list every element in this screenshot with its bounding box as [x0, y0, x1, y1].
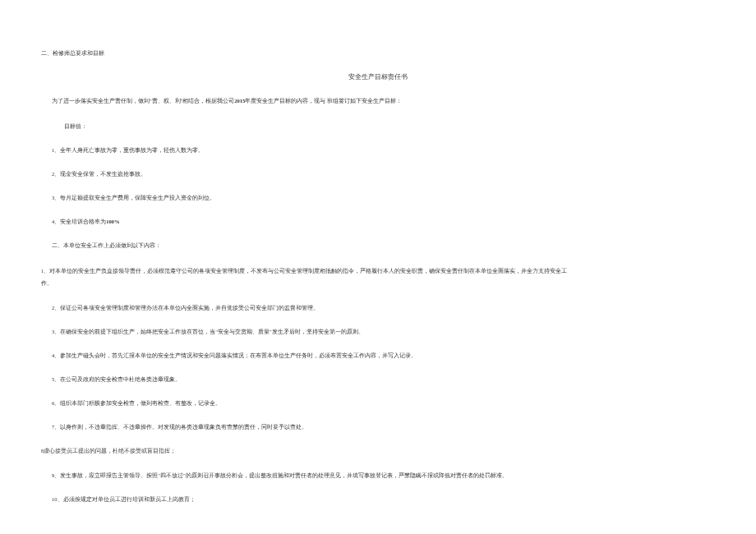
requirement-item-10: 10、必须按规定对单位员工进行培训和新员工上岗教育；: [41, 495, 715, 503]
intro-paragraph: 为了进一步落实安全生产责任制，做到"责、权、利"相结合，根据我公司2015年度安…: [41, 97, 715, 104]
subsection-label: 二、本单位安全工作上必须做到以下内容：: [41, 242, 715, 249]
requirement-item-9: 9、发生事故，应立即报告主管领导。按照"四不放过"的原则召开事故分析会，提出整改…: [41, 472, 715, 479]
requirement-item-2: 2、保证公司各项安全管理制度和管理办法在本单位内全面实施，并自觉接受公司安全部门…: [41, 304, 715, 311]
goal-item-3: 3、每月足额提取安全生产费用，保障安全生产投入资金的到位。: [41, 194, 715, 201]
section-header: 二、检修师总要求和目标: [41, 49, 715, 57]
intro-prefix: 为了进一步落实安全生产责任制，做到"责、权、利"相结合，根据我公司: [52, 98, 234, 104]
requirement-item-6: 6、组织本部门积极参加安全检查，做到有检查、有整改，记录全。: [41, 399, 715, 407]
section1-label: 目标值：: [64, 122, 715, 130]
intro-suffix: 班组签订如下安全生产目标：: [327, 98, 402, 104]
goal-item-2: 2、现金安全保管，不发生盗抢事故。: [41, 170, 715, 177]
req1-line1: 1、对本单位的安全生产负直接领导责任，必须模范遵守公司的各项安全管理制度，不发布…: [41, 268, 567, 274]
item4-percent: 100%: [106, 219, 119, 224]
requirement-item-1: 1、对本单位的安全生产负直接领导责任，必须模范遵守公司的各项安全管理制度，不发布…: [41, 265, 715, 289]
item4-prefix: 4、安全培训合格率为: [52, 219, 106, 224]
intro-mid: 年度安全生产目标的内容，现与: [245, 98, 325, 104]
goal-item-1: 1、全年人身死亡事故为零，重伤事故为零，轻伤人数为零。: [41, 146, 715, 154]
requirement-item-5: 5、在公司及政府的安全检查中杜绝各类违章现象。: [41, 375, 715, 383]
requirement-item-4: 4、参加生产碰头会时，首先汇报本单位的安全生产情况和安全问题落实情况；在布置本单…: [41, 352, 715, 359]
req1-line2: 作。: [41, 278, 715, 289]
document-title: 安全生产目标责任书: [41, 73, 715, 82]
goal-item-4: 4、安全培训合格率为100%: [41, 218, 715, 225]
intro-year: 2015: [234, 98, 245, 104]
requirement-item-8: 8虚心接受员工提出的问题，杜绝不接受或盲目指挥；: [41, 447, 715, 454]
requirement-item-7: 7、以身作则，不违章指挥、不违章操作。对发现的各类违章现象负有查禁的责任，同时要…: [41, 423, 715, 430]
requirement-item-3: 3、在确保安全的前提下组织生产，始终把安全工作放在首位，当"安全与交货期、质量"…: [41, 328, 715, 335]
